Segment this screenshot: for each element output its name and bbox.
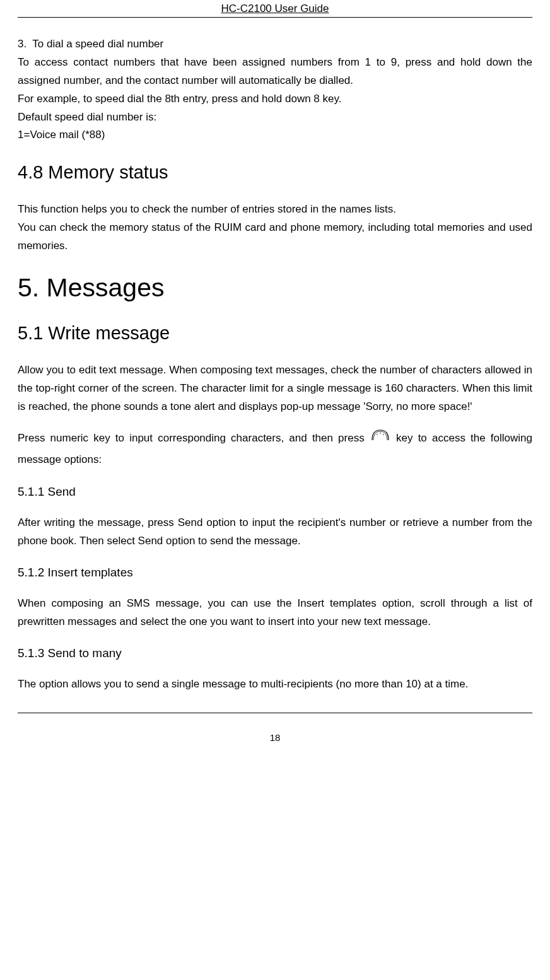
page-content: 3. To dial a speed dial number To access… xyxy=(18,18,532,694)
page-number: 18 xyxy=(270,732,281,743)
text-before-icon: Press numeric key to input corresponding… xyxy=(18,432,370,444)
paragraph: Default speed dial number is: xyxy=(18,108,532,127)
heading-5-1-3: 5.1.3 Send to many xyxy=(18,646,532,660)
svg-point-1 xyxy=(380,433,381,434)
paragraph: After writing the message, press Send op… xyxy=(18,514,532,551)
heading-5-1-1: 5.1.1 Send xyxy=(18,485,532,499)
paragraph-with-icon: Press numeric key to input corresponding… xyxy=(18,428,532,470)
page-footer: 18 xyxy=(18,713,532,749)
heading-4-8: 4.8 Memory status xyxy=(18,162,532,183)
paragraph: You can check the memory status of the R… xyxy=(18,219,532,255)
header-title: HC-C2100 User Guide xyxy=(221,3,329,15)
heading-5-1-2: 5.1.2 Insert templates xyxy=(18,566,532,580)
paragraph: To access contact numbers that have been… xyxy=(18,54,532,90)
paragraph: This function helps you to check the num… xyxy=(18,201,532,219)
paragraph: For example, to speed dial the 8th entry… xyxy=(18,90,532,108)
soft-key-icon xyxy=(371,428,390,450)
list-item-3: 3. To dial a speed dial number xyxy=(18,35,532,54)
document-page: HC-C2100 User Guide 3. To dial a speed d… xyxy=(0,0,550,749)
heading-5-1: 5.1 Write message xyxy=(18,323,532,344)
paragraph: 1=Voice mail (*88) xyxy=(18,126,532,144)
paragraph: The option allows you to send a single m… xyxy=(18,675,532,694)
svg-point-2 xyxy=(383,434,384,435)
heading-5: 5. Messages xyxy=(18,273,532,303)
list-number: 3. xyxy=(18,38,26,50)
list-title: To dial a speed dial number xyxy=(32,38,163,50)
page-header: HC-C2100 User Guide xyxy=(18,0,532,18)
paragraph: Allow you to edit text message. When com… xyxy=(18,361,532,416)
paragraph: When composing an SMS message, you can u… xyxy=(18,595,532,631)
svg-point-0 xyxy=(377,434,378,435)
